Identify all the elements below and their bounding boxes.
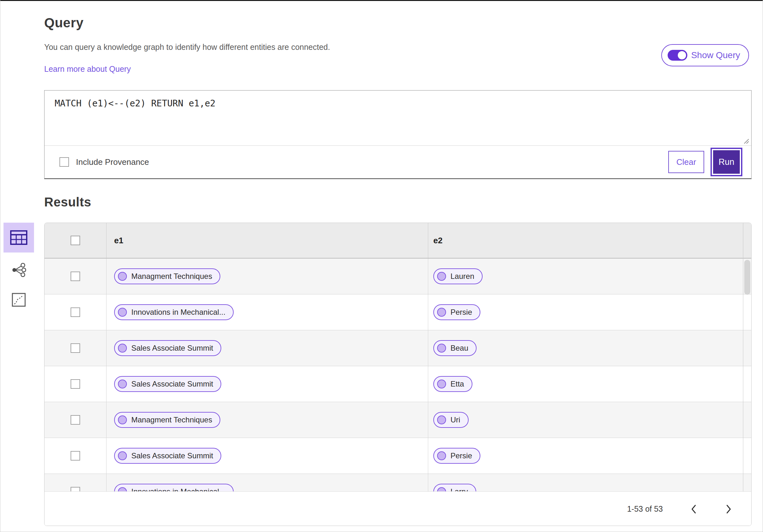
clear-button[interactable]: Clear	[668, 151, 704, 173]
entity-node-icon	[437, 380, 446, 389]
learn-more-link[interactable]: Learn more about Query	[44, 64, 131, 74]
entity-label: Innovations in Mechanical...	[131, 487, 225, 491]
row-checkbox[interactable]	[70, 451, 80, 461]
cell-e2: Lauren	[428, 259, 751, 294]
row-checkbox[interactable]	[70, 308, 80, 317]
include-provenance-checkbox[interactable]	[59, 157, 69, 167]
entity-pill[interactable]: Managment Techniques	[114, 412, 220, 428]
cell-e2: Larry	[428, 474, 751, 491]
row-checkbox[interactable]	[70, 343, 80, 353]
entity-label: Sales Associate Summit	[131, 451, 213, 460]
query-actions-bar: Include Provenance Clear Run	[45, 146, 751, 178]
entity-pill[interactable]: Sales Associate Summit	[114, 448, 221, 464]
entity-pill[interactable]: Lauren	[433, 268, 483, 284]
column-header-e1: e1	[106, 223, 428, 258]
query-section-title: Query	[44, 15, 752, 31]
show-query-label: Show Query	[691, 50, 740, 60]
table-view-button[interactable]	[4, 222, 34, 252]
entity-pill[interactable]: Uri	[433, 412, 469, 428]
cell-e2: Etta	[428, 366, 751, 402]
entity-pill[interactable]: Innovations in Mechanical...	[114, 304, 234, 320]
entity-pill[interactable]: Persie	[433, 448, 481, 464]
chevron-left-icon	[691, 504, 697, 514]
entity-node-icon	[437, 451, 446, 460]
row-checkbox-cell	[45, 402, 106, 438]
entity-pill[interactable]: Sales Associate Summit	[114, 340, 221, 356]
entity-label: Larry	[451, 487, 468, 491]
include-provenance-label: Include Provenance	[76, 157, 149, 167]
entity-pill[interactable]: Etta	[433, 376, 473, 392]
row-checkbox-cell	[45, 438, 106, 474]
results-view-switcher	[4, 222, 34, 307]
table-row: Sales Associate Summit Etta	[45, 366, 751, 402]
cell-e2: Persie	[428, 438, 751, 474]
cell-e1: Sales Associate Summit	[106, 438, 428, 474]
entity-node-icon	[118, 415, 127, 424]
row-checkbox-cell	[45, 366, 106, 402]
entity-pill[interactable]: Beau	[433, 340, 477, 356]
entity-label: Managment Techniques	[131, 415, 212, 424]
cell-e1: Managment Techniques	[106, 402, 428, 438]
cell-e1: Innovations in Mechanical...	[106, 474, 428, 491]
table-row: Innovations in Mechanical... Persie	[45, 295, 751, 330]
next-page-button[interactable]	[723, 502, 735, 516]
entity-pill[interactable]: Managment Techniques	[114, 268, 220, 284]
table-header-row: e1 e2	[45, 223, 751, 259]
entity-node-icon	[118, 487, 127, 491]
show-query-toggle-button[interactable]: Show Query	[661, 44, 749, 66]
include-provenance-option[interactable]: Include Provenance	[59, 157, 149, 167]
pagination-range: 1-53 of 53	[627, 504, 663, 514]
row-checkbox[interactable]	[70, 415, 80, 425]
entity-node-icon	[118, 344, 127, 353]
main-content: Query You can query a knowledge graph to…	[44, 1, 752, 526]
cell-e1: Sales Associate Summit	[106, 330, 428, 366]
entity-node-icon	[437, 272, 446, 281]
results-area: e1 e2 Managment Techniques Lauren	[44, 222, 752, 526]
cell-e2: Persie	[428, 295, 751, 330]
run-button[interactable]: Run	[712, 149, 741, 175]
entity-pill[interactable]: Larry	[433, 484, 476, 491]
entity-node-icon	[437, 344, 446, 353]
query-buttons: Clear Run	[668, 149, 742, 175]
entity-label: Etta	[451, 380, 464, 389]
entity-label: Innovations in Mechanical...	[131, 308, 225, 317]
row-checkbox[interactable]	[70, 379, 80, 389]
cell-e2: Uri	[428, 402, 751, 438]
entity-label: Persie	[451, 308, 472, 317]
row-checkbox-cell	[45, 259, 106, 294]
chevron-right-icon	[726, 504, 731, 514]
row-checkbox[interactable]	[70, 487, 80, 491]
entity-node-icon	[118, 308, 127, 317]
query-panel: MATCH (e1)<--(e2) RETURN e1,e2 Include P…	[44, 90, 752, 179]
network-view-button[interactable]	[4, 263, 34, 277]
cell-e1: Managment Techniques	[106, 259, 428, 294]
table-view-icon	[10, 230, 27, 245]
table-row: Managment Techniques Lauren	[45, 259, 751, 295]
entity-label: Uri	[451, 415, 460, 424]
row-checkbox[interactable]	[70, 272, 80, 281]
table-footer: 1-53 of 53	[45, 491, 751, 526]
query-input[interactable]: MATCH (e1)<--(e2) RETURN e1,e2	[45, 91, 751, 146]
query-description: You can query a knowledge graph to ident…	[44, 43, 752, 52]
entity-pill[interactable]: Sales Associate Summit	[114, 376, 221, 392]
previous-page-button[interactable]	[688, 502, 700, 516]
entity-pill[interactable]: Innovations in Mechanical...	[114, 484, 234, 491]
column-header-e2: e2	[428, 223, 751, 258]
app-window: Query You can query a knowledge graph to…	[0, 0, 763, 532]
select-all-checkbox[interactable]	[70, 236, 80, 245]
entity-label: Persie	[451, 451, 472, 460]
table-row: Innovations in Mechanical... Larry	[45, 474, 751, 491]
resize-grip-icon[interactable]	[742, 137, 749, 144]
chart-view-button[interactable]	[4, 293, 34, 307]
toggle-switch-icon	[668, 50, 687, 61]
network-view-icon	[11, 262, 26, 278]
entity-pill[interactable]: Persie	[433, 304, 481, 320]
cell-e2: Beau	[428, 330, 751, 366]
toggle-knob	[678, 51, 686, 59]
scrollbar-thumb[interactable]	[744, 260, 750, 295]
chart-view-icon	[11, 293, 26, 307]
entity-node-icon	[118, 451, 127, 460]
entity-label: Sales Associate Summit	[131, 344, 213, 353]
entity-node-icon	[437, 487, 446, 491]
table-row: Sales Associate Summit Beau	[45, 330, 751, 366]
